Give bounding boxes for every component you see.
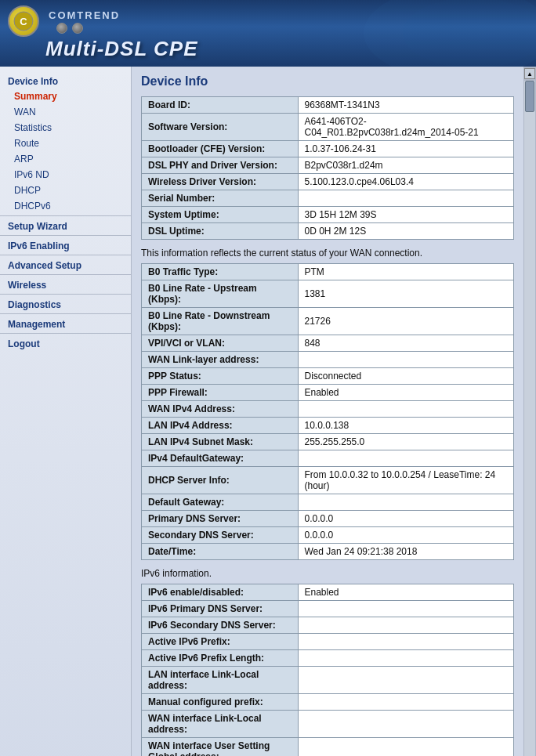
scroll-up-arrow[interactable]: ▲ (524, 68, 535, 79)
row-label: Board ID: (142, 97, 299, 114)
sidebar-item-wan[interactable]: WAN (0, 104, 131, 120)
table-row: LAN interface Link-Local address: (142, 667, 514, 694)
table-row: WAN interface User Setting Global addres… (142, 738, 514, 757)
row-label: DSL Uptime: (142, 223, 299, 240)
table-row: LAN IPv4 Subnet Mask:255.255.255.0 (142, 434, 514, 450)
sidebar-item-arp[interactable]: ARP (0, 151, 131, 167)
row-label: Active IPv6 Prefix: (142, 634, 299, 650)
scrollbar[interactable]: ▲ ▼ (523, 67, 536, 756)
row-value (298, 650, 514, 667)
table-row: IPv6 Secondary DNS Server: (142, 617, 514, 634)
table-row: PPP Firewall:Enabled (142, 385, 514, 401)
brand-area: C COMTREND (8, 5, 120, 37)
sidebar-item-setup-wizard[interactable]: Setup Wizard (0, 218, 131, 233)
logo-area: C COMTREND Multi-DSL CPE (8, 5, 198, 61)
row-label: WAN IPv4 Address: (142, 401, 299, 418)
sidebar-item-summary[interactable]: Summary (0, 89, 131, 104)
row-label: Default Gateway: (142, 494, 299, 511)
row-value: 96368MT-1341N3 (298, 97, 514, 114)
row-value (298, 738, 514, 757)
row-label: IPv6 Secondary DNS Server: (142, 617, 299, 634)
row-label: VPI/VCI or VLAN: (142, 335, 299, 352)
row-value: 0.0.0.0 (298, 527, 514, 544)
header: C COMTREND Multi-DSL CPE (0, 0, 536, 67)
sidebar-item-ipv6nd[interactable]: IPv6 ND (0, 167, 131, 183)
sidebar-item-advanced-setup[interactable]: Advanced Setup (0, 257, 131, 273)
row-label: DHCP Server Info: (142, 467, 299, 494)
sidebar-item-logout[interactable]: Logout (0, 335, 131, 351)
row-label: IPv6 Primary DNS Server: (142, 601, 299, 617)
table-row: Manual configured prefix: (142, 694, 514, 711)
table-row: Active IPv6 Prefix: (142, 634, 514, 650)
row-value: 1381 (298, 280, 514, 308)
sidebar-divider-7 (0, 333, 131, 334)
main-content: Device Info Board ID:96368MT-1341N3Softw… (132, 67, 523, 756)
table-row: DSL PHY and Driver Version:B2pvC038r1.d2… (142, 157, 514, 174)
row-value: PTM (298, 264, 514, 280)
sidebar-divider-1 (0, 215, 131, 216)
row-value (298, 694, 514, 711)
row-value: Wed Jan 24 09:21:38 2018 (298, 544, 514, 560)
brand-name: COMTREND (49, 9, 120, 21)
table-row: B0 Traffic Type:PTM (142, 264, 514, 280)
row-value (298, 352, 514, 368)
ipv6-table: IPv6 enable/disabled:EnabledIPv6 Primary… (141, 584, 514, 756)
logo-icon: C (8, 5, 39, 37)
table-row: Date/Time:Wed Jan 24 09:21:38 2018 (142, 544, 514, 560)
row-value (298, 617, 514, 634)
row-value: Enabled (298, 584, 514, 601)
row-label: Serial Number: (142, 190, 299, 207)
row-value: A641-406TO2-C04_R01.B2pvC038r1.d24m_2014… (298, 114, 514, 141)
row-label: Bootloader (CFE) Version: (142, 141, 299, 157)
device-info-table: Board ID:96368MT-1341N3Software Version:… (141, 96, 514, 240)
row-label: LAN IPv4 Subnet Mask: (142, 434, 299, 450)
sidebar: Device Info Summary WAN Statistics Route… (0, 67, 132, 756)
row-value: 10.0.0.138 (298, 418, 514, 434)
row-value (298, 450, 514, 467)
row-value (298, 190, 514, 207)
row-label: PPP Firewall: (142, 385, 299, 401)
table-row: Primary DNS Server:0.0.0.0 (142, 511, 514, 527)
sidebar-section-device-info[interactable]: Device Info (0, 73, 131, 89)
table-row: PPP Status:Disconnected (142, 368, 514, 385)
row-label: Active IPv6 Prefix Length: (142, 650, 299, 667)
wan-note: This information reflects the current st… (141, 248, 514, 259)
row-label: IPv4 DefaultGateway: (142, 450, 299, 467)
svg-text:C: C (20, 16, 27, 27)
row-value: 0D 0H 2M 12S (298, 223, 514, 240)
sidebar-item-dhcp[interactable]: DHCP (0, 183, 131, 198)
table-row: System Uptime:3D 15H 12M 39S (142, 207, 514, 223)
row-value: Enabled (298, 385, 514, 401)
row-value: 3D 15H 12M 39S (298, 207, 514, 223)
row-value (298, 494, 514, 511)
row-label: B0 Traffic Type: (142, 264, 299, 280)
table-row: DSL Uptime:0D 0H 2M 12S (142, 223, 514, 240)
sidebar-item-route[interactable]: Route (0, 136, 131, 151)
sidebar-item-statistics[interactable]: Statistics (0, 120, 131, 136)
row-label: Software Version: (142, 114, 299, 141)
table-row: Secondary DNS Server:0.0.0.0 (142, 527, 514, 544)
sidebar-divider-3 (0, 255, 131, 255)
sidebar-item-dhcpv6[interactable]: DHCPv6 (0, 198, 131, 214)
sidebar-divider-4 (0, 274, 131, 275)
row-value (298, 401, 514, 418)
row-label: WAN interface Link-Local address: (142, 711, 299, 738)
table-row: Bootloader (CFE) Version:1.0.37-106.24-3… (142, 141, 514, 157)
scroll-track[interactable] (524, 81, 535, 756)
row-label: Primary DNS Server: (142, 511, 299, 527)
row-value (298, 667, 514, 694)
row-label: PPP Status: (142, 368, 299, 385)
row-label: WAN interface User Setting Global addres… (142, 738, 299, 757)
sidebar-item-ipv6-enabling[interactable]: IPv6 Enabling (0, 237, 131, 253)
sidebar-item-wireless[interactable]: Wireless (0, 277, 131, 292)
table-row: DHCP Server Info:From 10.0.0.32 to 10.0.… (142, 467, 514, 494)
sidebar-item-diagnostics[interactable]: Diagnostics (0, 296, 131, 312)
table-row: Default Gateway: (142, 494, 514, 511)
row-value: 848 (298, 335, 514, 352)
sidebar-item-management[interactable]: Management (0, 316, 131, 331)
scroll-thumb[interactable] (525, 81, 534, 112)
table-row: Wireless Driver Version:5.100.123.0.cpe4… (142, 174, 514, 190)
sidebar-divider-2 (0, 235, 131, 236)
sidebar-divider-5 (0, 294, 131, 295)
row-label: IPv6 enable/disabled: (142, 584, 299, 601)
